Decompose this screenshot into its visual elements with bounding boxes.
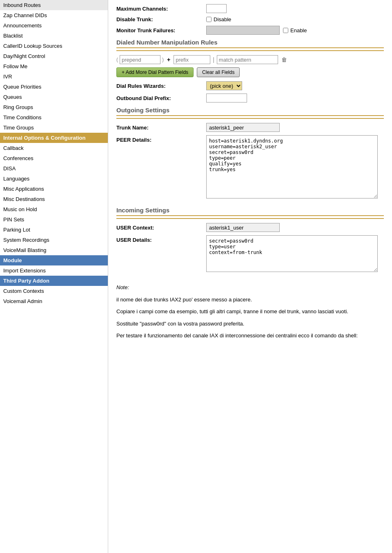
- monitor-trunk-enable-label: Enable: [290, 27, 307, 33]
- sidebar-item-inbound-routes[interactable]: Inbound Routes: [0, 0, 108, 10]
- sidebar-item-time-conditions[interactable]: Time Conditions: [0, 112, 108, 123]
- main-content: Maximum Channels: Disable Trunk: Disable…: [108, 0, 392, 553]
- note-paragraph-1: il nome dei due trunks IAX2 puo' essere …: [116, 296, 384, 304]
- plus-sign: +: [165, 56, 172, 63]
- dialed-number-divider: [116, 50, 384, 51]
- peer-details-label: PEER Details:: [116, 135, 206, 143]
- dial-rules-row: Dial Rules Wizards: (pick one): [116, 81, 384, 90]
- monitor-trunk-label: Monitor Trunk Failures:: [116, 27, 206, 33]
- sidebar-item-time-groups[interactable]: Time Groups: [0, 123, 108, 133]
- sidebar-item-callback[interactable]: Callback: [0, 143, 108, 153]
- match-pattern-input[interactable]: [217, 55, 278, 64]
- sidebar-item-parking-lot[interactable]: Parking Lot: [0, 225, 108, 235]
- sidebar-item-misc-applications[interactable]: Misc Applications: [0, 184, 108, 194]
- note-paragraph-3: Sostituite "passw0rd" con la vostra pass…: [116, 320, 384, 328]
- sidebar-item-queue-priorities[interactable]: Queue Priorities: [0, 82, 108, 92]
- dial-pattern-row: ( ) + | 🗑: [116, 55, 384, 64]
- trash-icon[interactable]: 🗑: [281, 56, 287, 63]
- outbound-prefix-label: Outbound Dial Prefix:: [116, 95, 206, 101]
- peer-details-row: PEER Details: host=asterisk1.dyndns.org …: [116, 135, 384, 198]
- dial-pattern-buttons: + Add More Dial Pattern Fields Clear all…: [116, 67, 384, 77]
- sidebar-item-languages[interactable]: Languages: [0, 174, 108, 184]
- sidebar-item-ivr[interactable]: IVR: [0, 71, 108, 82]
- trunk-name-label: Trunk Name:: [116, 125, 206, 131]
- disable-trunk-row: Disable Trunk: Disable: [116, 16, 384, 22]
- sidebar-item-third-party-addon[interactable]: Third Party Addon: [0, 276, 108, 286]
- incoming-settings-title: Incoming Settings: [116, 207, 384, 216]
- note-paragraph-4: Per testare il funzionamento del canale …: [116, 332, 384, 340]
- sidebar-item-day-night-control[interactable]: Day/Night Control: [0, 51, 108, 61]
- monitor-trunk-row: Monitor Trunk Failures: Enable: [116, 26, 384, 35]
- peer-details-textarea[interactable]: host=asterisk1.dyndns.org username=aster…: [206, 135, 378, 198]
- sidebar-item-module[interactable]: Module: [0, 255, 108, 265]
- sidebar-item-queues[interactable]: Queues: [0, 92, 108, 102]
- monitor-trunk-enable-checkbox[interactable]: [283, 28, 288, 33]
- sidebar-item-custom-contexts[interactable]: Custom Contexts: [0, 286, 108, 296]
- user-details-label: USER Details:: [116, 235, 206, 243]
- sidebar-item-zap-channel-dids[interactable]: Zap Channel DIDs: [0, 10, 108, 20]
- sidebar-item-voicemail-blasting[interactable]: VoiceMail Blasting: [0, 245, 108, 255]
- sidebar-item-voicemail-admin[interactable]: Voicemail Admin: [0, 296, 108, 306]
- user-details-textarea[interactable]: secret=passw0rd type=user context=from-t…: [206, 235, 378, 272]
- max-channels-input[interactable]: [206, 4, 227, 13]
- sidebar-item-follow-me[interactable]: Follow Me: [0, 61, 108, 71]
- sidebar: Inbound Routes Zap Channel DIDs Announce…: [0, 0, 108, 553]
- dial-rules-select[interactable]: (pick one): [206, 81, 242, 90]
- sidebar-item-system-recordings[interactable]: System Recordings: [0, 235, 108, 245]
- user-context-row: USER Context:: [116, 223, 384, 232]
- outgoing-settings-title: Outgoing Settings: [116, 107, 384, 116]
- user-context-input[interactable]: [206, 223, 280, 232]
- max-channels-label: Maximum Channels:: [116, 6, 206, 12]
- monitor-trunk-input[interactable]: [206, 26, 280, 35]
- sidebar-item-callerid-lookup[interactable]: CallerID Lookup Sources: [0, 41, 108, 51]
- clear-all-fields-button[interactable]: Clear all Fields: [197, 67, 240, 77]
- user-details-row: USER Details: secret=passw0rd type=user …: [116, 235, 384, 272]
- note-label: Note:: [116, 283, 384, 292]
- note-paragraph-2: Copiare i campi come da esempio, tutti g…: [116, 308, 384, 316]
- sidebar-item-pin-sets[interactable]: PIN Sets: [0, 214, 108, 225]
- prepend-input[interactable]: [120, 55, 160, 64]
- prefix-input[interactable]: [174, 55, 210, 64]
- sidebar-item-import-extensions[interactable]: Import Extensions: [0, 265, 108, 276]
- user-context-label: USER Context:: [116, 225, 206, 231]
- outbound-prefix-row: Outbound Dial Prefix:: [116, 94, 384, 103]
- trunk-name-input[interactable]: [206, 123, 280, 132]
- dial-rules-label: Dial Rules Wizards:: [116, 83, 206, 89]
- sidebar-item-ring-groups[interactable]: Ring Groups: [0, 102, 108, 112]
- add-more-dial-pattern-button[interactable]: + Add More Dial Pattern Fields: [116, 67, 194, 77]
- sidebar-item-internal-options[interactable]: Internal Options & Configuration: [0, 133, 108, 143]
- outbound-prefix-input[interactable]: [206, 94, 247, 103]
- trunk-name-row: Trunk Name:: [116, 123, 384, 132]
- sidebar-item-disa[interactable]: DISA: [0, 163, 108, 174]
- note-section: Note: il nome dei due trunks IAX2 puo' e…: [116, 275, 384, 348]
- disable-trunk-label: Disable Trunk:: [116, 16, 206, 22]
- max-channels-row: Maximum Channels:: [116, 4, 384, 13]
- disable-trunk-checkbox[interactable]: [206, 17, 212, 22]
- sidebar-item-blacklist[interactable]: Blacklist: [0, 31, 108, 41]
- dialed-number-section-title: Dialed Number Manipulation Rules: [116, 39, 384, 48]
- sidebar-item-conferences[interactable]: Conferences: [0, 153, 108, 163]
- sidebar-item-announcements[interactable]: Announcements: [0, 20, 108, 31]
- disable-trunk-checkbox-label: Disable: [214, 16, 231, 22]
- sidebar-item-music-on-hold[interactable]: Music on Hold: [0, 204, 108, 214]
- outgoing-settings-divider: [116, 118, 384, 119]
- incoming-settings-divider: [116, 218, 384, 219]
- sidebar-item-misc-destinations[interactable]: Misc Destinations: [0, 194, 108, 204]
- pipe-separator: |: [212, 56, 215, 63]
